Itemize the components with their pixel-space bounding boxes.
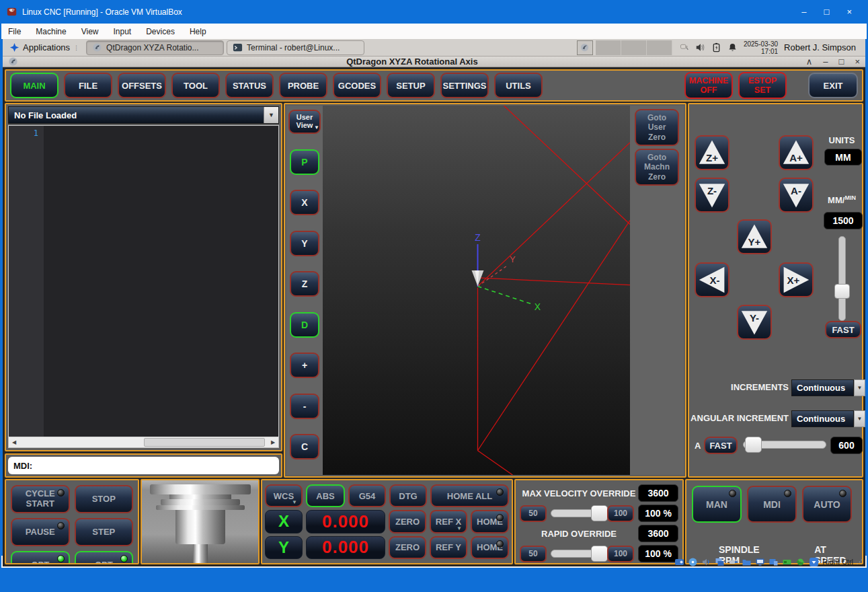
- loaded-file-combo[interactable]: No File Loaded ▼: [8, 106, 279, 124]
- increments-combo[interactable]: Continuous ▼: [791, 379, 865, 396]
- tray-battery-icon[interactable]: [711, 42, 721, 52]
- tab-settings[interactable]: SETTINGS: [440, 73, 489, 98]
- mdi-mode-button[interactable]: MDI: [747, 486, 797, 523]
- max-velocity-min-button[interactable]: 50: [520, 505, 547, 522]
- x-axis-button[interactable]: X: [265, 510, 303, 533]
- scrollbar-thumb[interactable]: [144, 438, 266, 447]
- tab-tool[interactable]: TOOL: [171, 73, 220, 98]
- menu-input[interactable]: Input: [114, 27, 132, 36]
- slider-handle[interactable]: [591, 505, 608, 521]
- gcode-editor[interactable]: 1: [8, 125, 279, 437]
- tab-utils[interactable]: UTILS: [494, 73, 543, 98]
- view-d-button[interactable]: D: [290, 312, 319, 338]
- y-home-button[interactable]: HOME: [471, 536, 509, 559]
- jog-z-minus-button[interactable]: Z-: [695, 178, 729, 213]
- tab-status[interactable]: STATUS: [225, 73, 274, 98]
- statusbar-audio-icon[interactable]: [701, 557, 711, 567]
- statusbar-harddisk-icon[interactable]: [674, 557, 684, 567]
- a-jog-rate-slider[interactable]: [743, 441, 826, 449]
- scroll-right-icon[interactable]: ▶: [268, 439, 278, 445]
- statusbar-recording-icon[interactable]: [768, 557, 779, 567]
- taskbar-window-qtdragon[interactable]: QtDragon XYZA Rotatio...: [86, 40, 224, 55]
- jog-y-plus-button[interactable]: Y+: [737, 219, 772, 254]
- statusbar-shared-folder-icon[interactable]: [742, 557, 752, 567]
- a-fast-button[interactable]: FAST: [704, 437, 738, 454]
- slider-handle[interactable]: [834, 284, 850, 299]
- vbox-maximize-button[interactable]: □: [824, 7, 830, 17]
- mdi-input[interactable]: MDI:: [8, 457, 279, 474]
- dtg-button[interactable]: DTG: [389, 484, 427, 507]
- goto-user-zero-button[interactable]: Goto User Zero: [635, 109, 679, 146]
- view-y-button[interactable]: Y: [290, 231, 319, 256]
- slider-handle[interactable]: [591, 546, 608, 562]
- rapid-override-slider[interactable]: [551, 550, 603, 558]
- tab-probe[interactable]: PROBE: [279, 73, 327, 98]
- wcs-button[interactable]: WCS▼: [265, 484, 303, 507]
- clock[interactable]: 2025-03-30 17:01: [744, 40, 778, 55]
- tab-gcodes[interactable]: GCODES: [333, 73, 381, 98]
- user-view-button[interactable]: User View ▼: [288, 110, 321, 134]
- pause-button[interactable]: PAUSE: [11, 518, 70, 546]
- zoom-out-button[interactable]: -: [290, 394, 319, 419]
- tray-qtdragon-button[interactable]: [577, 40, 593, 55]
- auto-mode-button[interactable]: AUTO: [802, 486, 852, 523]
- app-shade-button[interactable]: ∧: [806, 57, 813, 67]
- jog-a-plus-button[interactable]: A+: [779, 135, 814, 170]
- tab-main[interactable]: MAIN: [10, 73, 58, 98]
- max-velocity-max-button[interactable]: 100: [607, 505, 634, 522]
- menu-devices[interactable]: Devices: [146, 27, 175, 36]
- zoom-in-button[interactable]: +: [290, 353, 319, 378]
- statusbar-windows-icon[interactable]: [715, 557, 725, 567]
- stop-button[interactable]: STOP: [75, 485, 134, 513]
- exit-button[interactable]: EXIT: [808, 73, 858, 98]
- goto-machine-zero-button[interactable]: Goto Machn Zero: [635, 149, 679, 186]
- editor-text-area[interactable]: [44, 126, 278, 437]
- jog-fast-button[interactable]: FAST: [825, 321, 861, 338]
- max-velocity-slider[interactable]: [551, 509, 603, 517]
- statusbar-shared-clipboard-icon[interactable]: [795, 557, 805, 567]
- tab-setup[interactable]: SETUP: [387, 73, 435, 98]
- step-button[interactable]: STEP: [75, 518, 134, 546]
- statusbar-network-icon[interactable]: [782, 557, 792, 567]
- angular-increment-combo[interactable]: Continuous ▼: [791, 410, 865, 427]
- abs-button[interactable]: ABS: [306, 484, 345, 507]
- tray-usb-icon[interactable]: [679, 42, 689, 52]
- view-p-button[interactable]: P: [290, 149, 319, 175]
- 3d-preview-viewport[interactable]: Z Y X: [323, 106, 630, 475]
- applications-menu[interactable]: Applications ⋮: [5, 41, 83, 54]
- tab-offsets[interactable]: OFFSETS: [118, 73, 166, 98]
- statusbar-optical-disk-icon[interactable]: [688, 557, 698, 567]
- resize-grip[interactable]: ⋰: [857, 558, 863, 565]
- editor-hscrollbar[interactable]: ◀ ▶: [8, 437, 279, 448]
- slider-handle[interactable]: [745, 437, 762, 453]
- x-zero-button[interactable]: ZERO: [389, 510, 426, 533]
- menu-view[interactable]: View: [81, 27, 99, 36]
- rapid-min-button[interactable]: 50: [520, 546, 547, 562]
- combo-arrow-icon[interactable]: ▼: [264, 107, 278, 123]
- jog-a-minus-button[interactable]: A-: [779, 178, 814, 213]
- view-x-button[interactable]: X: [290, 190, 319, 215]
- menu-machine[interactable]: Machine: [36, 27, 66, 36]
- cycle-start-button[interactable]: CYCLE START: [11, 485, 70, 513]
- user-menu[interactable]: Robert J. Simpson: [784, 42, 859, 52]
- y-zero-button[interactable]: ZERO: [389, 536, 426, 559]
- y-axis-button[interactable]: Y: [265, 536, 303, 559]
- taskbar-window-terminal[interactable]: Terminal - robert@Linux...: [227, 40, 364, 55]
- menu-help[interactable]: Help: [190, 27, 206, 36]
- jog-x-plus-button[interactable]: X+: [779, 262, 814, 297]
- estop-set-button[interactable]: ESTOP SET: [738, 72, 787, 99]
- vbox-minimize-button[interactable]: –: [801, 7, 806, 17]
- tray-volume-icon[interactable]: [695, 42, 705, 52]
- statusbar-display-icon[interactable]: [755, 557, 765, 567]
- statusbar-usb-icon[interactable]: [728, 557, 738, 567]
- app-minimize-button[interactable]: –: [823, 57, 828, 67]
- view-z-button[interactable]: Z: [290, 271, 319, 297]
- menu-file[interactable]: File: [8, 27, 21, 36]
- y-ref-button[interactable]: REF Y: [430, 536, 467, 559]
- workspace-pager[interactable]: [596, 40, 672, 55]
- combo-arrow-icon[interactable]: ▼: [854, 379, 865, 396]
- jog-y-minus-button[interactable]: Y-: [737, 305, 772, 340]
- jog-z-plus-button[interactable]: Z+: [695, 135, 729, 170]
- x-ref-button[interactable]: REF X▼: [430, 510, 467, 533]
- vbox-close-button[interactable]: ×: [846, 7, 852, 17]
